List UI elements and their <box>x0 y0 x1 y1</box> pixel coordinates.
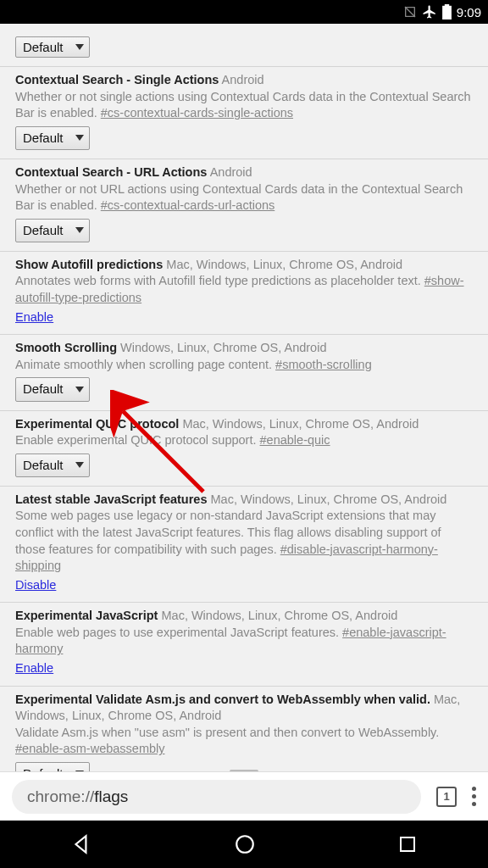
flag-platforms: Windows, Linux, Chrome OS, Android <box>120 341 326 354</box>
flag-hash-link[interactable]: #cs-contextual-cards-single-actions <box>101 106 293 120</box>
dropdown-label: Default <box>23 222 64 239</box>
svg-point-3 <box>236 836 253 853</box>
flag-dropdown[interactable]: Default <box>15 219 90 242</box>
chevron-down-icon <box>75 227 84 233</box>
svg-rect-4 <box>401 837 414 851</box>
flag-title: Experimental Validate Asm.js and convert… <box>15 693 430 706</box>
flag-action-link[interactable]: Enable <box>15 309 53 326</box>
airplane-icon <box>422 4 437 19</box>
chevron-down-icon <box>75 135 84 141</box>
flag-item: Smooth Scrolling Windows, Linux, Chrome … <box>0 335 488 410</box>
chevron-down-icon <box>75 44 84 50</box>
flag-title: Experimental JavaScript <box>15 609 158 622</box>
flag-dropdown[interactable]: Default <box>15 762 90 771</box>
flag-hash-link[interactable]: #enable-quic <box>260 433 330 447</box>
chevron-down-icon <box>75 387 84 392</box>
flag-title: Contextual Search - Single Actions <box>15 73 219 86</box>
flag-item: Experimental Validate Asm.js and convert… <box>0 687 488 772</box>
recent-icon[interactable] <box>397 834 418 854</box>
flag-dropdown[interactable]: Default <box>15 126 90 150</box>
flag-item: Latest stable JavaScript features Mac, W… <box>0 487 488 603</box>
flag-dropdown[interactable]: Default <box>15 36 90 58</box>
flag-item: Experimental QUIC protocol Mac, Windows,… <box>0 411 488 487</box>
flag-platforms: Mac, Windows, Linux, Chrome OS, Android <box>182 417 419 431</box>
menu-button[interactable] <box>472 787 476 806</box>
flag-dropdown[interactable]: Default <box>15 453 90 477</box>
no-sim-icon <box>403 5 417 19</box>
flag-dropdown[interactable]: Default <box>15 377 90 401</box>
chevron-down-icon <box>75 462 84 468</box>
dropdown-label: Default <box>23 40 64 54</box>
flag-title: Experimental QUIC protocol <box>15 417 179 431</box>
status-bar: 9:09 <box>0 0 488 24</box>
flag-action-link[interactable]: Disable <box>15 577 56 594</box>
flag-description: Validate Asm.js when "use asm" is presen… <box>15 726 439 739</box>
tab-switcher[interactable]: 1 <box>436 787 457 807</box>
home-icon[interactable] <box>234 833 256 855</box>
system-nav-bar <box>0 821 488 868</box>
flag-hash-link[interactable]: #enable-asm-webassembly <box>15 742 165 755</box>
flag-platforms: Mac, Windows, Linux, Chrome OS, Android <box>161 609 397 622</box>
flags-content: Default Contextual Search - Single Actio… <box>0 24 488 771</box>
flag-description: Enable experimental QUIC protocol suppor… <box>15 433 257 447</box>
dropdown-label: Default <box>23 381 64 398</box>
back-icon[interactable] <box>70 833 92 855</box>
battery-icon <box>442 4 452 19</box>
flag-item: Contextual Search - Single Actions Andro… <box>0 67 488 159</box>
dropdown-label: Default <box>23 457 64 474</box>
svg-rect-1 <box>445 4 449 7</box>
flag-item: Show Autofill predictions Mac, Windows, … <box>0 252 488 335</box>
flag-title: Contextual Search - URL Actions <box>15 165 207 179</box>
flag-description: Animate smoothly when scrolling page con… <box>15 358 272 371</box>
flag-title: Show Autofill predictions <box>15 258 163 271</box>
omnibox[interactable]: chrome://flags <box>12 780 421 814</box>
flag-item: Experimental JavaScript Mac, Windows, Li… <box>0 603 488 686</box>
flag-hash-link[interactable]: #cs-contextual-cards-url-actions <box>101 198 275 212</box>
omnibox-prefix: chrome:// <box>27 787 94 806</box>
flag-title: Latest stable JavaScript features <box>15 492 207 506</box>
browser-toolbar: chrome://flags 1 <box>0 771 488 821</box>
flag-action-link[interactable]: Enable <box>15 660 53 677</box>
flag-hash-link[interactable]: #smooth-scrolling <box>275 358 372 371</box>
tab-count: 1 <box>443 790 449 803</box>
dropdown-label: Default <box>23 130 64 147</box>
flag-platforms: Mac, Windows, Linux, Chrome OS, Android <box>166 258 402 271</box>
flag-platforms: Mac, Windows, Linux, Chrome OS, Android <box>211 492 447 506</box>
flag-description: Enable web pages to use experimental Jav… <box>15 626 339 639</box>
dropdown-label: Default <box>23 765 64 771</box>
flag-platforms: Android <box>210 165 252 179</box>
svg-rect-0 <box>442 6 452 19</box>
flag-title: Smooth Scrolling <box>15 341 117 354</box>
status-time: 9:09 <box>457 5 481 19</box>
omnibox-suffix: flags <box>94 787 128 806</box>
flag-item: Contextual Search - URL Actions Android … <box>0 159 488 252</box>
flag-description: Annotates web forms with Autofill field … <box>15 274 421 287</box>
flag-platforms: Android <box>222 73 264 86</box>
